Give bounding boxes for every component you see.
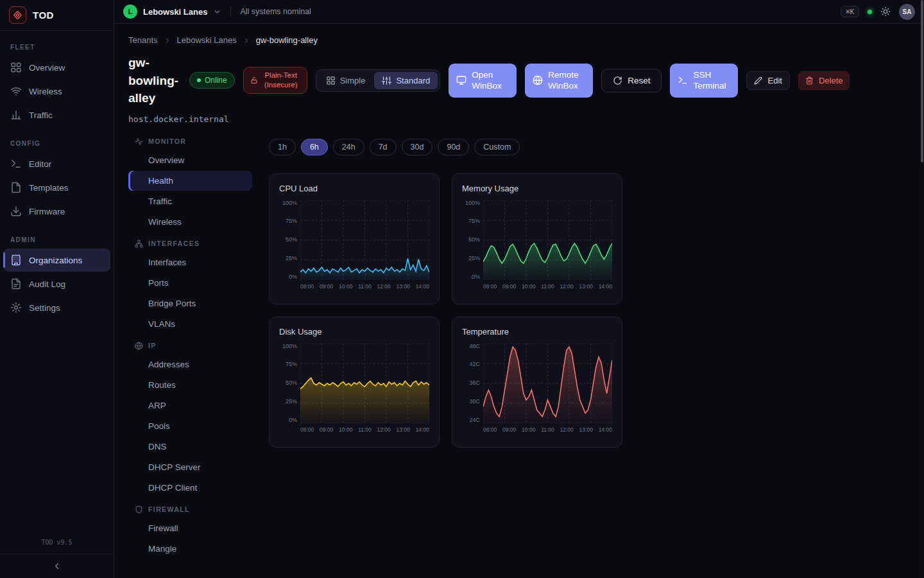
y-tick-label: 25%: [286, 256, 297, 261]
sidebar-item-audit-log[interactable]: Audit Log: [3, 272, 110, 295]
subnav-item-overview[interactable]: Overview: [128, 150, 252, 170]
sidebar-collapse-button[interactable]: [0, 554, 114, 578]
unlock-icon: [250, 76, 258, 84]
sidebar-item-firmware[interactable]: Firmware: [3, 200, 110, 223]
chart-card-memory-usage: Memory Usage 100%75%50%25%0% 08:0009:001…: [452, 173, 622, 304]
subnav-item-dhcp-client[interactable]: DHCP Client: [128, 478, 252, 498]
time-range-6h[interactable]: 6h: [301, 139, 328, 155]
x-tick-label: 09:00: [320, 426, 333, 433]
time-range-1h[interactable]: 1h: [269, 139, 296, 155]
chart-card-disk-usage: Disk Usage 100%75%50%25%0% 08:0009:0010:…: [269, 317, 440, 448]
subnav-section-label: MONITOR: [148, 137, 186, 145]
tenant-name: Lebowski Lanes: [143, 7, 207, 17]
chart-plot: [300, 200, 429, 280]
tenant-switcher[interactable]: L Lebowski Lanes All systems nominal: [123, 4, 311, 19]
y-tick-label: 0%: [289, 417, 297, 423]
open-winbox-button[interactable]: Open WinBox: [449, 64, 517, 98]
reset-label: Reset: [628, 76, 650, 85]
sidebar-item-settings[interactable]: Settings: [3, 296, 110, 319]
user-avatar[interactable]: SA: [899, 4, 915, 20]
subnav-item-traffic[interactable]: Traffic: [128, 191, 252, 211]
remote-winbox-button[interactable]: Remote WinBox: [525, 64, 593, 98]
sidebar-item-organizations[interactable]: Organizations: [3, 249, 110, 272]
subnav-item-pools[interactable]: Pools: [128, 416, 252, 436]
subnav-item-interfaces[interactable]: Interfaces: [128, 252, 252, 272]
sidebar-nav: FLEET Overview Wireless Traffic CONFIG E…: [0, 31, 114, 320]
diamond-logo-icon: [9, 6, 26, 24]
download-icon: [10, 206, 22, 217]
device-host: host.docker.internal: [128, 114, 910, 124]
x-tick-label: 14:00: [416, 283, 429, 290]
reset-button[interactable]: Reset: [601, 69, 662, 92]
x-tick-label: 12:00: [560, 426, 574, 433]
chart-title: Disk Usage: [279, 327, 429, 337]
y-tick-label: 100%: [465, 200, 480, 206]
subnav-item-firewall[interactable]: Firewall: [128, 518, 252, 538]
breadcrumb-tenants[interactable]: Tenants: [128, 35, 158, 45]
delete-button[interactable]: Delete: [798, 71, 850, 90]
ssh-terminal-label: SSH Terminal: [693, 69, 730, 92]
subnav-item-dhcp-server[interactable]: DHCP Server: [128, 457, 252, 477]
breadcrumb-tenant[interactable]: Lebowski Lanes: [177, 35, 237, 45]
command-palette-shortcut[interactable]: ⌘K: [841, 6, 859, 17]
page-scrollbar[interactable]: [920, 0, 924, 578]
y-tick-label: 50%: [286, 237, 297, 243]
grid-icon: [326, 76, 336, 85]
view-mode-simple[interactable]: Simple: [318, 72, 373, 89]
y-tick-label: 24C: [469, 417, 480, 423]
y-tick-label: 30C: [469, 399, 480, 405]
subnav-item-mangle[interactable]: Mangle: [128, 539, 252, 559]
subnav-item-routes[interactable]: Routes: [128, 375, 252, 395]
sidebar-item-templates[interactable]: Templates: [3, 176, 110, 199]
grid-icon: [10, 62, 22, 73]
subnav-item-ports[interactable]: Ports: [128, 273, 252, 293]
subnav-item-arp[interactable]: ARP: [128, 396, 252, 416]
file-icon: [10, 182, 22, 193]
time-range-24h[interactable]: 24h: [333, 139, 364, 155]
sidebar-section-config: CONFIG: [0, 127, 114, 152]
y-tick-label: 42C: [469, 362, 480, 367]
x-axis-labels: 08:0009:0010:0011:0012:0013:0014:00: [300, 283, 429, 290]
main-area: L Lebowski Lanes All systems nominal ⌘K …: [114, 0, 924, 578]
subnav-section-label: IP: [148, 342, 157, 349]
view-mode-label: Simple: [340, 76, 366, 85]
subnav-item-vlans[interactable]: VLANs: [128, 314, 252, 334]
device-header: gw-bowling-alley Online Plain-Text (Inse…: [128, 54, 910, 107]
time-range-30d[interactable]: 30d: [402, 139, 433, 155]
shield-icon: [135, 505, 143, 514]
time-range-7d[interactable]: 7d: [370, 139, 397, 155]
time-range-custom[interactable]: Custom: [474, 139, 520, 155]
x-tick-label: 11:00: [358, 283, 372, 290]
activity-icon: [135, 137, 143, 146]
subnav-item-wireless[interactable]: Wireless: [128, 212, 252, 232]
sun-icon[interactable]: [880, 6, 891, 17]
y-tick-label: 100%: [282, 344, 297, 349]
page-content: Tenants Lebowski Lanes gw-bowling-alley …: [114, 24, 924, 578]
subnav-item-health[interactable]: Health: [128, 171, 252, 191]
y-tick-label: 75%: [468, 218, 480, 224]
subnav-item-bridge-ports[interactable]: Bridge Ports: [128, 293, 252, 313]
breadcrumb-current: gw-bowling-alley: [256, 35, 318, 45]
subnav-section-label: INTERFACES: [148, 240, 200, 247]
sidebar-item-wireless[interactable]: Wireless: [3, 80, 110, 103]
sidebar-item-overview[interactable]: Overview: [3, 56, 110, 79]
view-mode-standard[interactable]: Standard: [374, 72, 438, 89]
sidebar-item-label: Overview: [29, 63, 65, 73]
terminal-icon: [10, 158, 22, 170]
wifi-icon: [10, 85, 22, 97]
ssh-terminal-button[interactable]: SSH Terminal: [670, 64, 738, 98]
edit-button[interactable]: Edit: [746, 71, 789, 90]
time-range-bar: 1h 6h 24h 7d 30d 90d Custom: [269, 139, 622, 155]
online-badge-label: Online: [205, 76, 227, 85]
subnav-item-addresses[interactable]: Addresses: [128, 355, 252, 374]
chart-plot: [483, 200, 612, 280]
x-tick-label: 13:00: [579, 426, 593, 433]
scrollbar-thumb[interactable]: [921, 0, 923, 162]
x-tick-label: 08:00: [300, 283, 314, 290]
subnav-item-dns[interactable]: DNS: [128, 437, 252, 457]
time-range-90d[interactable]: 90d: [438, 139, 469, 155]
pencil-icon: [754, 76, 762, 85]
sidebar-item-editor[interactable]: Editor: [3, 152, 110, 175]
sidebar-item-traffic[interactable]: Traffic: [3, 103, 110, 127]
sidebar-item-label: Settings: [29, 303, 60, 313]
